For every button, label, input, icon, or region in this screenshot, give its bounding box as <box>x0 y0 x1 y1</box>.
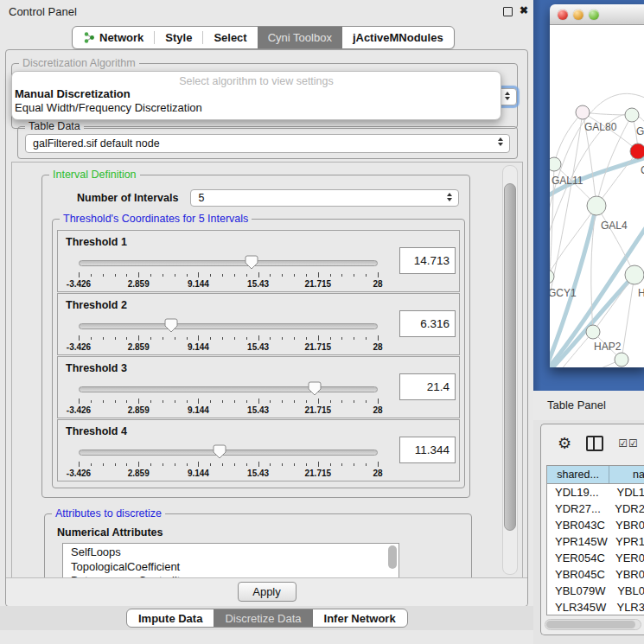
table-cell: YBR0 <box>611 568 644 581</box>
apply-row: Apply <box>6 577 527 606</box>
float-window-icon[interactable] <box>503 7 513 16</box>
numerical-attributes-label: Numerical Attributes <box>57 526 471 539</box>
threshold-slider[interactable]: -3.4262.8599.14415.4321.71528 <box>79 443 378 479</box>
table-row[interactable]: YPR145WYPR1 <box>547 533 644 550</box>
network-node-label: GA <box>636 125 644 137</box>
threshold-value-field[interactable]: 11.344 <box>399 437 456 463</box>
tab-group: Network Style Select Cyni Toolbox jActiv… <box>72 26 455 49</box>
slider-track[interactable] <box>79 260 378 266</box>
slider-thumb[interactable] <box>245 255 258 270</box>
table-body: YDL19...YDL1YDR27...YDR2YBR043CYBR0YPR14… <box>547 484 644 615</box>
apply-button[interactable]: Apply <box>238 582 296 602</box>
network-node[interactable] <box>625 265 644 284</box>
slider-thumb[interactable] <box>308 381 322 396</box>
tab-jactivemnodules[interactable]: jActiveMNodules <box>342 27 454 48</box>
table-row[interactable]: YBR045CYBR0 <box>547 566 644 583</box>
slider-track[interactable] <box>79 450 378 456</box>
tab-cyni-toolbox-label: Cyni Toolbox <box>268 31 332 44</box>
network-node[interactable] <box>550 270 554 284</box>
thresholds-group: Threshold's Coordinates for 5 Intervals … <box>52 219 465 488</box>
minimize-traffic-light-icon[interactable] <box>573 10 583 20</box>
table-panel-card: ⚙ ☑☑ shared... na YDL19...YDL1YDR27...YD… <box>540 424 644 635</box>
threshold-slider[interactable]: -3.4262.8599.14415.4321.71528 <box>79 316 378 353</box>
slider-track[interactable] <box>79 323 378 329</box>
tab-select-label: Select <box>214 31 246 44</box>
tab-network[interactable]: Network <box>73 27 154 48</box>
network-node[interactable] <box>587 196 606 215</box>
control-panel-tabbar: Network Style Select Cyni Toolbox jActiv… <box>0 26 533 48</box>
gear-icon[interactable]: ⚙ <box>558 436 571 451</box>
column-header-name[interactable]: na <box>609 466 644 483</box>
table-data-combobox-value: galFiltered.sif default node <box>33 137 160 150</box>
attribute-item[interactable]: SelfLoops <box>71 545 399 560</box>
column-header-shared-name[interactable]: shared... <box>547 466 609 483</box>
network-node[interactable] <box>576 105 590 119</box>
threshold-slider[interactable]: -3.4262.8599.14415.4321.71528 <box>79 253 378 290</box>
threshold-label: Threshold 4 <box>66 425 127 437</box>
number-of-intervals-combobox[interactable]: 5 <box>190 189 459 207</box>
tab-infer-network[interactable]: Infer Network <box>313 609 407 627</box>
slider-tick-labels: -3.4262.8599.14415.4321.71528 <box>79 279 378 290</box>
settings-scrollbar-thumb[interactable] <box>504 183 516 531</box>
settings-scrollbar[interactable] <box>502 165 518 575</box>
combo-arrows-icon <box>498 137 503 146</box>
network-node[interactable] <box>615 353 628 367</box>
columns-icon[interactable] <box>586 436 603 451</box>
network-canvas[interactable]: GAL80GACGAL11GAL4GCY1HHAP2 <box>550 25 644 367</box>
tab-discretize-data[interactable]: Discretize Data <box>214 609 312 627</box>
tab-cyni-toolbox[interactable]: Cyni Toolbox <box>258 27 342 48</box>
tab-style[interactable]: Style <box>155 27 202 48</box>
network-node[interactable] <box>630 143 644 159</box>
table-hscrollbar[interactable] <box>545 619 641 630</box>
control-panel-titlebar: Control Panel ✖ <box>0 0 533 23</box>
threshold-value-field[interactable]: 21.4 <box>399 373 456 400</box>
threshold-label: Threshold 2 <box>66 299 127 311</box>
number-of-intervals-label: Number of Intervals <box>77 192 178 204</box>
threshold-value-field[interactable]: 6.316 <box>399 310 456 337</box>
list-scrollbar[interactable] <box>388 545 397 569</box>
close-traffic-light-icon[interactable] <box>558 10 568 20</box>
threshold-value-field[interactable]: 14.713 <box>399 247 456 274</box>
slider-tick-labels: -3.4262.8599.14415.4321.71528 <box>79 342 378 353</box>
table-row[interactable]: YLR345WYLR3 <box>547 599 644 615</box>
interval-definition-group-title: Interval Definition <box>49 169 140 181</box>
table-data-combobox[interactable]: galFiltered.sif default node <box>25 134 510 153</box>
table-row[interactable]: YER054CYER0 <box>547 550 644 566</box>
table-panel-header: Table Panel <box>533 391 644 420</box>
control-panel: Control Panel ✖ Network St <box>0 0 533 644</box>
zoom-traffic-light-icon[interactable] <box>589 10 599 20</box>
select-columns-icons[interactable]: ☑☑ <box>618 437 639 450</box>
numerical-attributes-list[interactable]: SelfLoopsTopologicalCoefficientBetweenne… <box>62 543 399 578</box>
network-graph: GAL80GACGAL11GAL4GCY1HHAP2 <box>550 25 644 367</box>
interval-definition-group: Interval Definition Number of Intervals … <box>41 175 470 498</box>
slider-ticks <box>79 462 378 468</box>
slider-track[interactable] <box>79 386 378 392</box>
algorithm-option-equal-width[interactable]: Equal Width/Frequency Discretization <box>15 101 501 115</box>
attribute-item[interactable]: TopologicalCoefficient <box>71 560 399 575</box>
table-row[interactable]: YBR043CYBR0 <box>547 517 644 533</box>
table-row[interactable]: YBL079WYBL0 <box>547 583 644 599</box>
number-of-intervals-value: 5 <box>198 192 204 204</box>
slider-thumb[interactable] <box>213 444 226 459</box>
table-hscrollbar-thumb[interactable] <box>546 621 635 628</box>
network-view-window[interactable]: GAL80GACGAL11GAL4GCY1HHAP2 <box>550 4 644 367</box>
network-node-label: HAP2 <box>594 341 622 353</box>
table-cell: YER054C <box>547 552 611 564</box>
table-panel-title: Table Panel <box>547 399 606 411</box>
algorithm-option-manual[interactable]: Manual Discretization <box>15 87 501 101</box>
table-data-group: Table Data galFiltered.sif default node <box>17 126 518 159</box>
network-node[interactable] <box>625 108 639 122</box>
close-icon[interactable]: ✖ <box>520 4 528 16</box>
settings-scroll-viewport: Interval Definition Number of Intervals … <box>11 162 523 578</box>
attributes-group-title: Attributes to discretize <box>52 507 165 520</box>
network-node[interactable] <box>550 157 561 171</box>
threshold-slider[interactable]: -3.4262.8599.14415.4321.71528 <box>79 379 378 416</box>
table-row[interactable]: YDR27...YDR2 <box>547 501 644 517</box>
table-row[interactable]: YDL19...YDL1 <box>547 484 644 501</box>
slider-thumb[interactable] <box>164 318 178 333</box>
tab-impute-data[interactable]: Impute Data <box>127 609 214 627</box>
network-node-label: C <box>641 164 644 176</box>
network-node[interactable] <box>586 325 600 339</box>
tab-select[interactable]: Select <box>203 27 257 48</box>
number-of-intervals-row: Number of Intervals 5 <box>77 189 459 207</box>
